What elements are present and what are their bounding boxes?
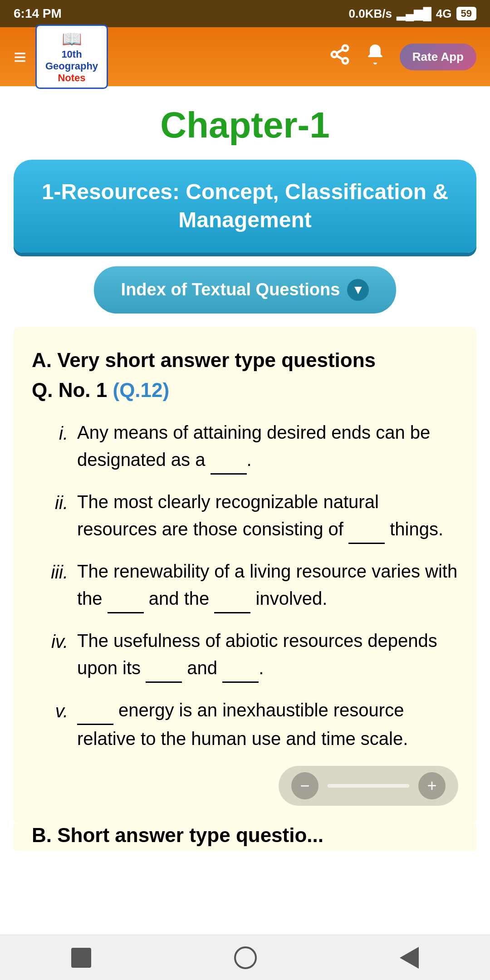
- header-left: ≡ 📖 10th Geography Notes: [14, 24, 108, 89]
- q-item-text-1: Any means of attaining desired ends can …: [77, 419, 458, 475]
- hamburger-menu-icon[interactable]: ≡: [14, 44, 26, 69]
- q-item-num-2: ii.: [32, 488, 68, 544]
- cutoff-label: B. Short answer type questio...: [32, 824, 323, 846]
- logo-subtitle: Notes: [58, 72, 85, 84]
- index-btn-arrow-icon: ▼: [347, 279, 369, 301]
- q-item-text-5: energy is an inexhaustible resource rela…: [77, 696, 458, 752]
- chapter-subtitle-box: 1-Resources: Concept, Classification & M…: [14, 160, 476, 253]
- status-right: 0.0KB/s ▂▄▆█ 4G 59: [349, 7, 476, 21]
- list-item: ii. The most clearly recognizable natura…: [32, 488, 458, 544]
- rate-app-button[interactable]: Rate App: [400, 44, 476, 70]
- blank-5: [77, 696, 113, 725]
- app-header: ≡ 📖 10th Geography Notes Rate App: [0, 27, 490, 86]
- network-type: 4G: [436, 7, 452, 21]
- status-time: 6:14 PM: [14, 6, 62, 21]
- blank-2: [348, 515, 385, 544]
- chapter-subtitle: 1-Resources: Concept, Classification & M…: [36, 178, 454, 235]
- list-item: i. Any means of attaining desired ends c…: [32, 419, 458, 475]
- app-logo[interactable]: 📖 10th Geography Notes: [35, 24, 108, 89]
- blank-3b: [214, 585, 250, 613]
- zoom-in-button[interactable]: +: [418, 772, 446, 799]
- network-speed: 0.0KB/s: [349, 7, 392, 21]
- section-heading: A. Very short answer type questions: [32, 345, 458, 375]
- zoom-slider[interactable]: [328, 784, 409, 788]
- svg-line-4: [337, 49, 343, 53]
- main-content: Chapter-1 1-Resources: Concept, Classifi…: [0, 86, 490, 851]
- svg-line-3: [337, 56, 343, 59]
- logo-book-icon: 📖: [62, 29, 82, 49]
- svg-point-0: [343, 45, 348, 51]
- index-btn-wrapper: Index of Textual Questions ▼: [14, 266, 476, 314]
- q-item-text-3: The renewability of a living resource va…: [77, 558, 458, 613]
- q-number-ref: (Q.12): [113, 379, 169, 401]
- chapter-title: Chapter-1: [14, 104, 476, 146]
- q-item-num-4: iv.: [32, 627, 68, 683]
- cutoff-section: B. Short answer type questio...: [14, 824, 476, 851]
- blank-4a: [146, 654, 182, 683]
- blank-3a: [108, 585, 144, 613]
- q-item-num-5: v.: [32, 696, 68, 752]
- zoom-bar: − +: [279, 766, 458, 806]
- header-actions: Rate App: [329, 43, 476, 71]
- q-item-num-3: iii.: [32, 558, 68, 613]
- zoom-out-button[interactable]: −: [291, 772, 318, 799]
- logo-title-line1: 10th Geography: [45, 49, 98, 73]
- stop-icon: [71, 948, 91, 968]
- zoom-controls: − +: [32, 766, 458, 806]
- q-item-text-4: The usefulness of abiotic resources depe…: [77, 627, 458, 683]
- q-number-label: Q. No. 1: [32, 379, 107, 401]
- status-bar: 6:14 PM 0.0KB/s ▂▄▆█ 4G 59: [0, 0, 490, 27]
- list-item: v. energy is an inexhaustible resource r…: [32, 696, 458, 752]
- list-item: iv. The usefulness of abiotic resources …: [32, 627, 458, 683]
- index-btn-label: Index of Textual Questions: [121, 280, 340, 299]
- back-icon: [400, 947, 419, 969]
- share-icon[interactable]: [329, 44, 351, 70]
- nav-stop-button[interactable]: [71, 948, 91, 968]
- home-icon: [234, 946, 257, 969]
- notification-bell-icon[interactable]: [364, 43, 386, 71]
- svg-point-1: [332, 52, 337, 57]
- blank-4b: [222, 654, 259, 683]
- questions-section: A. Very short answer type questions Q. N…: [14, 327, 476, 824]
- questions-list: i. Any means of attaining desired ends c…: [32, 419, 458, 752]
- list-item: iii. The renewability of a living resour…: [32, 558, 458, 613]
- bottom-nav: [0, 935, 490, 980]
- nav-home-button[interactable]: [234, 946, 257, 969]
- q-item-text-2: The most clearly recognizable natural re…: [77, 488, 458, 544]
- battery-indicator: 59: [456, 7, 476, 20]
- nav-back-button[interactable]: [400, 947, 419, 969]
- index-of-textual-questions-button[interactable]: Index of Textual Questions ▼: [94, 266, 397, 314]
- signal-strength: ▂▄▆█: [397, 7, 431, 21]
- q-number: Q. No. 1 (Q.12): [32, 375, 458, 405]
- blank-1: [211, 446, 247, 475]
- q-item-num-1: i.: [32, 419, 68, 475]
- svg-point-2: [343, 58, 348, 64]
